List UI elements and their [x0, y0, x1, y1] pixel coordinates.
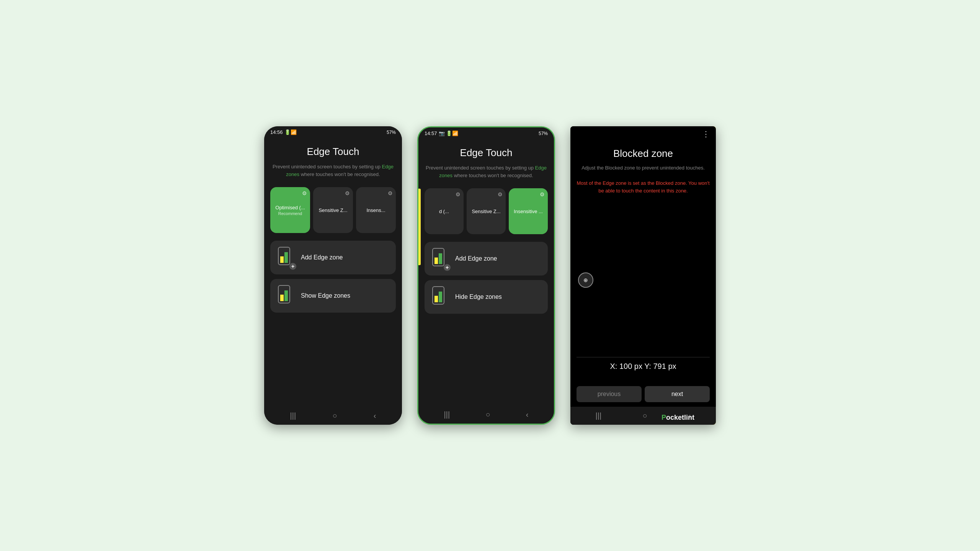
- next-button[interactable]: next: [645, 386, 710, 402]
- nav-back-2[interactable]: ‹: [526, 410, 529, 419]
- blocked-title: Blocked zone: [577, 148, 710, 160]
- phone-bar-hide-2: [434, 292, 442, 302]
- move-icon: ⊕: [583, 277, 588, 283]
- settings-icon-2[interactable]: ⚙: [388, 190, 393, 196]
- screenshots-container: 14:56 🔋📶 57% Edge Touch Prevent unintend…: [264, 126, 716, 425]
- add-edge-zone-icon-2: +: [432, 248, 449, 269]
- more-dots[interactable]: ⋮: [702, 129, 710, 139]
- phone-outline-hide-2: [432, 286, 444, 305]
- settings-icon-2-0[interactable]: ⚙: [456, 191, 461, 197]
- phone-2: 14:57 📷 🔋📶 57% Edge Touch Prevent uninte…: [417, 126, 555, 425]
- watermark: Pocketlint: [662, 414, 694, 422]
- mode-card-optimised[interactable]: ⚙ Optimised (... Recommend: [270, 187, 310, 233]
- phone-bar-show-1: [280, 290, 288, 301]
- hide-edge-zones-label-2: Hide Edge zones: [455, 293, 502, 300]
- watermark-p: P: [662, 414, 666, 421]
- nav-recents-2[interactable]: |||: [444, 410, 450, 419]
- watermark-rest: ocketlint: [666, 414, 694, 421]
- show-edge-zones-label-1: Show Edge zones: [301, 292, 350, 299]
- settings-icon-1[interactable]: ⚙: [345, 190, 350, 196]
- nav-home-3[interactable]: ○: [642, 411, 647, 420]
- bar-seg-green-2: [439, 253, 442, 264]
- nav-back-1[interactable]: ‹: [374, 411, 376, 420]
- blocked-zone-content: Blocked zone Adjust the Blocked zone to …: [570, 142, 716, 381]
- mode-card-2-2[interactable]: ⚙ Insensitive ...: [509, 188, 548, 234]
- hide-edge-zones-button-2[interactable]: Hide Edge zones: [425, 280, 548, 314]
- bar-seg-green-1: [284, 252, 288, 263]
- bar-seg-green-hide: [439, 292, 442, 302]
- add-edge-zone-label-1: Add Edge zone: [301, 254, 343, 261]
- settings-icon-2-2[interactable]: ⚙: [540, 191, 545, 197]
- status-bar-2: 14:57 📷 🔋📶 57%: [418, 127, 554, 139]
- mode-card-sensitive[interactable]: ⚙ Sensitive Z...: [313, 187, 353, 233]
- mode-card-label-2: Insens...: [363, 207, 388, 213]
- bar-seg-yellow-hide: [434, 296, 438, 302]
- coordinates-display: X: 100 px Y: 791 px: [577, 357, 710, 375]
- mode-card-label-2-1: Sensitive Z...: [469, 209, 503, 214]
- phone-3: ⋮ Blocked zone Adjust the Blocked zone t…: [570, 126, 716, 425]
- subtitle-plain-1: Prevent unintended screen touches by set…: [273, 164, 382, 170]
- phone1-content: Edge Touch Prevent unintended screen tou…: [264, 138, 402, 407]
- mode-card-insensitive[interactable]: ⚙ Insens...: [356, 187, 396, 233]
- mode-card-sub-0: Recommend: [278, 211, 302, 216]
- nav-recents-3[interactable]: |||: [596, 411, 602, 420]
- zone-area: ⊕: [577, 203, 710, 357]
- phone-outline-show-1: [278, 285, 290, 303]
- mode-cards-1: ⚙ Optimised (... Recommend ⚙ Sensitive Z…: [270, 187, 396, 233]
- page-title-1: Edge Touch: [270, 146, 396, 158]
- yellow-edge-indicator: [418, 189, 421, 265]
- battery-2: 57%: [539, 131, 548, 136]
- add-edge-zone-button-1[interactable]: + Add Edge zone: [270, 241, 396, 274]
- page-subtitle-2: Prevent unintended screen touches by set…: [425, 164, 548, 179]
- mode-card-2-1[interactable]: ⚙ Sensitive Z...: [467, 188, 506, 234]
- add-edge-zone-button-2[interactable]: + Add Edge zone: [425, 242, 548, 276]
- plus-badge-2: +: [444, 264, 451, 271]
- nav-bar-1: ||| ○ ‹: [264, 407, 402, 425]
- phone-1: 14:56 🔋📶 57% Edge Touch Prevent unintend…: [264, 126, 402, 425]
- plus-badge-1: +: [289, 263, 296, 270]
- subtitle-plain-2: Prevent unintended screen touches by set…: [426, 165, 535, 171]
- battery-1: 57%: [387, 130, 396, 135]
- bar-seg-yellow-1: [280, 256, 284, 263]
- settings-icon-0[interactable]: ⚙: [302, 190, 307, 196]
- nav-home-2[interactable]: ○: [485, 410, 490, 419]
- phone-outline-1: [278, 247, 290, 265]
- status-icons-2: 📷 🔋📶: [439, 130, 459, 136]
- previous-button[interactable]: previous: [577, 386, 642, 402]
- mode-card-label-2-0: d (...: [436, 209, 452, 214]
- time-1: 14:56: [270, 129, 283, 135]
- settings-icon-2-1[interactable]: ⚙: [498, 191, 503, 197]
- subtitle-end-1: where touches won't be recognised.: [299, 171, 380, 177]
- nav-recents-1[interactable]: |||: [290, 411, 296, 420]
- nav-bar-2: ||| ○ ‹: [418, 406, 554, 424]
- bar-seg-green-show: [284, 290, 288, 301]
- show-edge-zones-icon-1: [278, 285, 295, 306]
- nav-buttons-3: previous next: [570, 381, 716, 407]
- blocked-warning: Most of the Edge zone is set as the Bloc…: [577, 179, 710, 196]
- status-bar-3: ⋮: [570, 126, 716, 142]
- add-edge-zone-icon-1: +: [278, 247, 295, 268]
- mode-card-label-1: Sensitive Z...: [315, 207, 350, 213]
- mode-cards-2: ⚙ d (... ⚙ Sensitive Z... ⚙ Insensitive …: [425, 188, 548, 234]
- status-icons-1: 🔋📶: [284, 129, 297, 135]
- page-title-2: Edge Touch: [425, 147, 548, 159]
- move-handle[interactable]: ⊕: [578, 272, 593, 288]
- phone2-content: Edge Touch Prevent unintended screen tou…: [418, 139, 554, 406]
- hide-edge-zones-icon-2: [432, 286, 449, 308]
- mode-card-label-0: Optimised (...: [272, 205, 308, 210]
- status-left-1: 14:56 🔋📶: [270, 129, 297, 135]
- phone-bar-1: [280, 252, 288, 263]
- bar-seg-yellow-show: [280, 295, 284, 301]
- status-bar-1: 14:56 🔋📶 57%: [264, 126, 402, 138]
- add-edge-zone-label-2: Add Edge zone: [455, 255, 497, 262]
- status-right-1: 57%: [387, 130, 396, 135]
- nav-home-1[interactable]: ○: [332, 411, 337, 420]
- phone-bar-2: [434, 253, 442, 264]
- mode-card-2-0[interactable]: ⚙ d (...: [425, 188, 464, 234]
- bar-seg-yellow-2: [434, 258, 438, 264]
- phone-outline-2: [432, 248, 444, 266]
- mode-card-label-2-2: Insensitive ...: [511, 209, 546, 214]
- show-edge-zones-button-1[interactable]: Show Edge zones: [270, 279, 396, 313]
- status-left-2: 14:57 📷 🔋📶: [425, 130, 458, 136]
- status-right-3: ⋮: [702, 129, 710, 139]
